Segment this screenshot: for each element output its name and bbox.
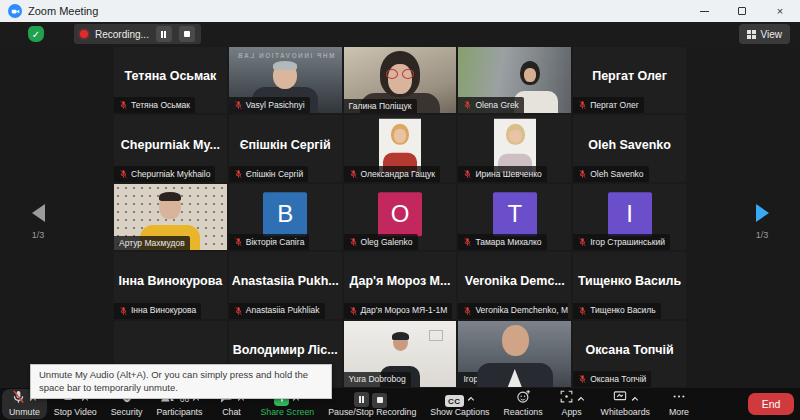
zoom-meeting-window: Zoom Meeting × ✓ Recording... View 1/3 Т…	[0, 0, 800, 420]
participant-tile[interactable]: Олександра Гащук	[344, 115, 457, 181]
participant-name-label: Veronika Demchenko, M...	[458, 303, 567, 319]
participant-name-label: Тетяна Осьмак	[114, 97, 195, 113]
page-indicator-left: 1/3	[18, 230, 58, 240]
pause-recording-button[interactable]	[156, 26, 172, 42]
participant-name-text: Тамара Михалко	[475, 238, 541, 247]
participant-name-label: Oleg Galenko	[344, 234, 418, 250]
muted-mic-icon	[234, 169, 243, 179]
participant-name-text: Єпішкін Сергій	[246, 170, 303, 179]
previous-page-arrow-icon[interactable]	[32, 204, 45, 222]
photo-avatar	[379, 118, 421, 172]
participant-tile[interactable]: Veronika Demc...Veronika Demchenko, M...	[458, 252, 571, 318]
chevron-up-icon[interactable]	[577, 396, 585, 402]
participant-tile[interactable]: Тетяна ОсьмакТетяна Осьмак	[114, 47, 227, 113]
meeting-top-bar: ✓ Recording... View	[0, 22, 800, 46]
participant-tile[interactable]: Пергат ОлегПергат Олег	[573, 47, 686, 113]
participant-name-label: Oleh Savenko	[573, 166, 648, 182]
previous-page-control[interactable]: 1/3	[18, 204, 58, 240]
participant-tile[interactable]: Ігор Страшинський	[458, 321, 571, 387]
muted-mic-icon	[349, 306, 358, 316]
apps-icon	[559, 389, 574, 408]
window-title-bar: Zoom Meeting ×	[0, 0, 800, 22]
toolbar-whiteboards-button[interactable]: Whiteboards	[594, 388, 657, 420]
participant-name-label: Chepurniak Mykhailo	[114, 166, 215, 182]
participant-tile[interactable]: OOleg Galenko	[344, 184, 457, 250]
participant-tile[interactable]: Єпішкін СергійЄпішкін Сергій	[229, 115, 342, 181]
participant-display-name: Інна Винокурова	[116, 252, 225, 310]
participant-name-label: Пергат Олег	[573, 97, 644, 113]
participant-tile[interactable]: Галина Поліщук	[344, 47, 457, 113]
toolbar-item-label: Pause/Stop Recording	[328, 407, 416, 417]
reactions-icon	[516, 389, 531, 408]
muted-mic-icon	[119, 169, 128, 179]
window-controls: ×	[698, 5, 792, 17]
toolbar-more-button[interactable]: More	[657, 388, 701, 420]
unmute-tooltip: Unmute My Audio (Alt+A). Or you can simp…	[30, 364, 332, 399]
participant-tile[interactable]: Yura Dobrobog	[344, 321, 457, 387]
participant-name-text: Тищенко Василь	[590, 306, 656, 315]
participant-tile[interactable]: ІІгор Страшинський	[573, 184, 686, 250]
next-page-arrow-icon[interactable]	[756, 204, 769, 222]
participant-name-text: Olena Grek	[475, 101, 518, 110]
whiteboard-icon	[612, 389, 628, 408]
chevron-up-icon[interactable]	[467, 396, 475, 402]
participant-tile[interactable]: Ирина Шевченко	[458, 115, 571, 181]
participant-name-label: Інна Винокурова	[114, 303, 201, 319]
toolbar-reactions-button[interactable]: Reactions	[496, 388, 549, 420]
toolbar-apps-button[interactable]: Apps	[550, 388, 594, 420]
background-sign-text: MHP INNOVATION LAB	[233, 52, 338, 59]
participant-tile[interactable]: ТТамара Михалко	[458, 184, 571, 250]
participant-name-label: Vasyl Pasichnyi	[229, 97, 310, 113]
muted-mic-icon	[349, 237, 358, 247]
toolbar-item-label: Share Screen	[260, 407, 314, 417]
maximize-button[interactable]	[736, 5, 748, 17]
participant-name-label: Вікторія Сапіга	[229, 234, 310, 250]
muted-mic-icon	[578, 169, 587, 179]
photo-avatar	[494, 118, 536, 172]
end-meeting-button[interactable]: End	[748, 393, 794, 415]
toolbar-item-label: Whiteboards	[601, 407, 650, 417]
more-icon	[671, 389, 687, 408]
participant-name-text: Yura Dobrobog	[349, 375, 406, 384]
toolbar-item-label: Chat	[222, 407, 241, 417]
participant-tile[interactable]: Дар'я Мороз М...Дар'я Мороз МЯ-1-1М	[344, 252, 457, 318]
participant-tile[interactable]: Оксана ТопчійОксана Топчій	[573, 321, 686, 387]
stop-recording-button[interactable]	[179, 26, 195, 42]
participant-display-name: Дар'я Мороз М...	[346, 252, 455, 310]
participant-name-text: Chepurniak Mykhailo	[131, 170, 210, 179]
participant-tile[interactable]: Тищенко ВасильТищенко Василь	[573, 252, 686, 318]
minimize-button[interactable]	[698, 5, 710, 17]
toolbar-item-label: Unmute	[9, 407, 40, 417]
participant-display-name: Veronika Demc...	[460, 252, 569, 310]
participant-name-text: Вікторія Сапіга	[246, 238, 305, 247]
zoom-app-icon	[8, 4, 22, 18]
chevron-up-icon[interactable]	[631, 396, 639, 402]
toolbar-pause-stop-recording-button[interactable]: Pause/Stop Recording	[321, 388, 423, 420]
close-button[interactable]: ×	[774, 5, 786, 17]
participant-name-label: Галина Поліщук	[344, 99, 417, 114]
participant-tile[interactable]: Anastasiia Pukh...Anastasiia Pukhliak	[229, 252, 342, 318]
participant-tile[interactable]: Olena Grek	[458, 47, 571, 113]
participant-tile[interactable]: Oleh SavenkoOleh Savenko	[573, 115, 686, 181]
muted-mic-icon	[463, 237, 472, 247]
participant-display-name: Тищенко Василь	[575, 252, 684, 310]
muted-mic-icon	[234, 100, 243, 110]
letter-avatar: В	[263, 192, 307, 236]
participant-tile[interactable]: Інна ВинокуроваІнна Винокурова	[114, 252, 227, 318]
next-page-control[interactable]: 1/3	[742, 204, 782, 240]
participant-tile[interactable]: MHP INNOVATION LABVasyl Pasichnyi	[229, 47, 342, 113]
participant-tile[interactable]: ВВікторія Сапіга	[229, 184, 342, 250]
meeting-info-shield-icon[interactable]: ✓	[28, 26, 44, 42]
recording-controls-icon	[354, 389, 390, 408]
participant-name-label: Yura Dobrobog	[344, 372, 411, 387]
participant-display-name: Anastasiia Pukh...	[231, 252, 340, 310]
participant-tile[interactable]: Артур Махмудов	[114, 184, 227, 250]
participant-tile[interactable]: Chepurniak My...Chepurniak Mykhailo	[114, 115, 227, 181]
participant-name-label: Тищенко Василь	[573, 303, 661, 319]
view-button[interactable]: View	[739, 24, 791, 44]
letter-avatar: O	[378, 192, 422, 236]
participant-name-label: Anastasiia Pukhliak	[229, 303, 325, 319]
toolbar-show-captions-button[interactable]: CCShow Captions	[423, 388, 496, 420]
muted-mic-icon	[234, 237, 243, 247]
toolbar-item-label: Show Captions	[430, 407, 489, 417]
